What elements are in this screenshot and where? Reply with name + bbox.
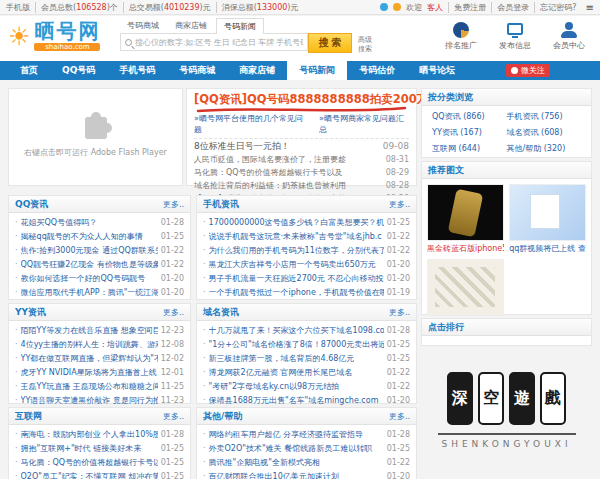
list-item[interactable]: · 花姐买QQ号值得吗？ 01-28 xyxy=(15,215,184,229)
advanced-search-link[interactable]: 高级 搜索 xyxy=(358,36,372,54)
list-item[interactable]: · 外卖O2O"技术"难关 餐馆线路新员工难以转职 01-25 xyxy=(203,441,410,455)
list-item[interactable]: · 百亿财团联合推出10亿美元加速计划 01-20 xyxy=(203,469,410,479)
forgot-password-link[interactable]: 忘记密码? xyxy=(534,2,576,13)
more-link[interactable]: 更多.. xyxy=(389,411,410,422)
site-logo[interactable]: ☀ 晒号网 shaihao.com xyxy=(8,21,100,51)
list-item[interactable]: · 王磊YY玩直播 王磊现场公布和糖糖之间的关系 11-25 xyxy=(15,379,184,393)
topbar: 手机版 会员总数(106528)个 总交易额(4010239)元 消保总额(13… xyxy=(0,0,600,15)
nav-qq-numbers[interactable]: QQ号码 xyxy=(50,61,107,80)
site-domain: shaihao.com xyxy=(34,43,100,51)
stat-members: 会员总数(106528)个 xyxy=(35,2,118,13)
stat-members-value: 106528 xyxy=(76,3,107,12)
list-item[interactable]: · 揭秘qq靓号的不为众人人知的事情 01-25 xyxy=(15,229,184,243)
newsflash-item[interactable]: 域名抢注背后的利益链：奶茶妹也曾被利用 08-28 xyxy=(194,179,409,192)
category-link[interactable]: 域名资讯 (608) xyxy=(507,126,582,140)
list-item[interactable]: · 陌陌YY等发力在线音乐直播 想象空间巨大 12-23 xyxy=(15,323,184,337)
section-mobile-news: 手机资讯 更多.. · 17000000000这号值多少钱？白富美想要买？机主 … xyxy=(196,195,417,300)
list-item[interactable]: · 微信应用取代手机APP：腾讯"一统江湖"的野心 01-20 xyxy=(15,285,184,299)
list-item[interactable]: · 马化腾：QQ号的价值将超越银行卡号以及手机 01-25 xyxy=(15,455,184,469)
search-tab-shops[interactable]: 商家店铺 xyxy=(168,18,214,34)
chat-icon[interactable] xyxy=(380,3,388,11)
search-tab-news[interactable]: 号码新闻 xyxy=(216,18,264,34)
list-item[interactable]: · "考研"2字母域名ky.cn以98万元结拍 01-22 xyxy=(203,379,410,393)
headline-title[interactable]: [QQ资讯]QQ号码8888888888拍卖200万 xyxy=(194,92,409,107)
nav-number-mall[interactable]: 号码商城 xyxy=(167,61,227,80)
search-button[interactable]: 搜 索 xyxy=(308,33,352,53)
list-item[interactable]: · YY语音聊天室遭黑价敲诈 竟是同行为抢生意 11-23 xyxy=(15,393,184,407)
monitor-icon xyxy=(507,23,523,35)
stat-insurance-value: 133000 xyxy=(257,3,288,12)
list-item[interactable]: · 为什么我们用的手机号码为11位数字，分别代表了 01-22 xyxy=(203,243,410,257)
list-item[interactable]: · 黑龙江大庆吉祥号小店用一个号码卖出650万元 01-20 xyxy=(203,257,410,271)
list-item[interactable]: · YY都在做互联网直播，但梁辉却认为"不是厅 12-02 xyxy=(15,351,184,365)
more-link[interactable]: 更多.. xyxy=(389,307,410,318)
newsflash-item[interactable]: 马化腾：QQ号的价值将超越银行卡号以及 08-29 xyxy=(194,166,409,179)
sublink-2[interactable]: »晒号网商家常见问题汇总 xyxy=(319,113,409,135)
list-item[interactable]: · 17000000000这号值多少钱？白富美想要买？机主 01-25 xyxy=(203,215,410,229)
section-title: 手机资讯 xyxy=(203,198,239,211)
more-link[interactable]: 更多.. xyxy=(163,307,184,318)
list-item[interactable]: · 拥抱"互联网+"时代 链接美好未来 01-25 xyxy=(15,441,184,455)
list-item[interactable]: · QQ靓号狂赚2亿现金 有价物也是等级象征 01-22 xyxy=(15,257,184,271)
list-item[interactable]: · 网络约租车用户超亿 分享经济亟待监管指导 01-28 xyxy=(203,427,410,441)
search-input[interactable] xyxy=(135,38,303,47)
list-item[interactable]: · O2O"员工"纪实：不懂互联网 却冲在第一线 01-25 xyxy=(15,469,184,479)
category-link[interactable]: QQ资讯 (866) xyxy=(432,110,507,124)
menu-icon[interactable]: ≡ xyxy=(586,2,594,13)
more-link[interactable]: 更多.. xyxy=(163,199,184,210)
follow-badge[interactable]: 微关注 xyxy=(506,64,550,77)
flash-placeholder[interactable]: 右键点击即可运行 Adobe Flash Player xyxy=(8,88,183,186)
sublink-1[interactable]: »晒号网平台使用的几个常见问题 xyxy=(194,113,307,135)
content: 右键点击即可运行 Adobe Flash Player [QQ资讯]QQ号码88… xyxy=(0,80,600,479)
nav-home[interactable]: 首页 xyxy=(8,61,50,80)
list-item[interactable]: · 新三板挂牌第一股，域名背后的4.68亿元 01-25 xyxy=(203,351,410,365)
user-icon[interactable] xyxy=(393,3,401,11)
nav-mobile-numbers[interactable]: 手机号码 xyxy=(107,61,167,80)
phone-image xyxy=(427,184,504,241)
newsflash-item[interactable]: 人民币贬值，国际域名要涨价了，注册要趁 08-31 xyxy=(194,153,409,166)
mobile-version-link[interactable]: 手机版 xyxy=(6,2,30,13)
search-box xyxy=(120,33,308,51)
guest-link[interactable]: 客人 xyxy=(427,2,443,13)
more-link[interactable]: 更多.. xyxy=(163,411,184,422)
list-item[interactable]: · 一个手机靓号抵过一个iphone，手机靓号价值在哪 01-19 xyxy=(203,285,410,299)
list-item[interactable]: · 保靖县1688万元出售"名车"域名mingche.com 01-20 xyxy=(203,393,410,407)
register-link[interactable]: 免费注册 xyxy=(448,2,486,13)
recommended-item-phone[interactable]: 黑金砖蓝石版iphone5亮 xyxy=(427,184,504,254)
member-center-link[interactable]: 会员中心 xyxy=(542,19,596,51)
category-box-title: 按分类浏览 xyxy=(428,91,473,104)
recommended-box: 推荐图文 黑金砖蓝石版iphone5亮 qq群视频将已上线 查 我国对代购不会严… xyxy=(421,161,592,315)
list-item[interactable]: · "1分+公司"域名价格涨了8倍！87000元卖出将近 01-25 xyxy=(203,337,410,351)
rank-promo-link[interactable]: 排名推广 xyxy=(434,19,488,51)
category-link[interactable]: 其他/帮助 (320) xyxy=(507,142,582,156)
logo-tile: 空 xyxy=(478,372,504,425)
recommended-item-qq-video[interactable]: qq群视频将已上线 查 xyxy=(509,184,586,254)
list-item[interactable]: · 南海电：鼓励内部创业 个人拿出10%股份寻机会 01-28 xyxy=(15,427,184,441)
list-item[interactable]: · 教你如何选择一个好的QQ号码靓号 01-20 xyxy=(15,271,184,285)
site-name: 晒号网 xyxy=(34,19,100,43)
list-item[interactable]: · 腾讯推"企鹅电视"全新模式亮相 01-22 xyxy=(203,455,410,469)
shenkong-logo[interactable]: 深空遊戲 SHENKONGYOUXI xyxy=(421,372,592,449)
newsflash-item[interactable]: 8位标准生日号一元拍！ 09-08 xyxy=(194,139,409,153)
publish-info-link[interactable]: 发布信息 xyxy=(488,19,542,51)
list-item[interactable]: · 博龙网获2亿元融资 官网使用长尾巴域名 01-22 xyxy=(203,365,410,379)
list-item[interactable]: · 焦作:拾到3000元现金 通过QQ群联系失主 01-22 xyxy=(15,243,184,257)
list-item[interactable]: · 男子手机流量一天狂跑近2700元 不忍心向移动投 01-20 xyxy=(203,271,410,285)
list-item[interactable]: · 虎牙YY NVIDIA星际场将为直播首上线 12-01 xyxy=(15,365,184,379)
category-link[interactable]: YY资讯 (167) xyxy=(432,126,507,140)
list-item[interactable]: · 4位yy主播的别样人生：培训跳舞、游戏解说、歌 12-08 xyxy=(15,337,184,351)
section-title: 其他/帮助 xyxy=(203,410,242,423)
nav-number-news[interactable]: 号码新闻 xyxy=(287,61,347,80)
nav-shops[interactable]: 商家店铺 xyxy=(227,61,287,80)
list-item[interactable]: · 十几万就甩了来！买家这个六位买下域名1098.co 01-28 xyxy=(203,323,410,337)
category-link[interactable]: 互联网 (644) xyxy=(432,142,507,156)
search-tabs: 号码商城 商家店铺 号码新闻 xyxy=(120,18,372,34)
nav-forum[interactable]: 晒号论坛 xyxy=(407,61,467,80)
login-link[interactable]: 会员登录 xyxy=(491,2,529,13)
more-link[interactable]: 更多.. xyxy=(389,199,410,210)
list-item[interactable]: · 说说手机靓号这玩意·未来被称"吉号堂"域名jhb.c 01-22 xyxy=(203,229,410,243)
category-link[interactable]: 手机资讯 (756) xyxy=(507,110,582,124)
nav-number-appraisal[interactable]: 号码估价 xyxy=(347,61,407,80)
logo-divider xyxy=(438,433,576,435)
search-tab-mall[interactable]: 号码商城 xyxy=(120,18,166,34)
